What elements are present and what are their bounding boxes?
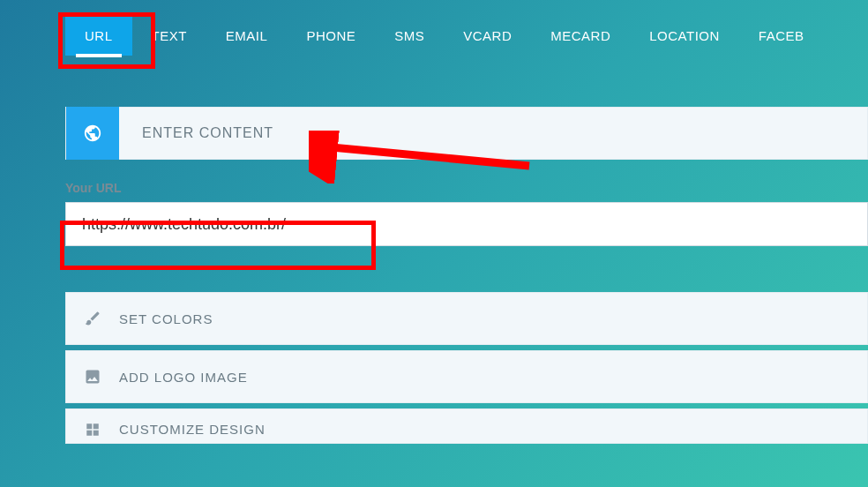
content-area: ENTER CONTENT Your URL SET COLORS ADD LO… xyxy=(65,107,868,444)
tab-text[interactable]: TEXT xyxy=(132,16,206,56)
option-add-logo[interactable]: ADD LOGO IMAGE xyxy=(65,350,868,403)
options-list: SET COLORS ADD LOGO IMAGE CUSTOMIZE DESI… xyxy=(65,292,868,444)
tab-mecard[interactable]: MECARD xyxy=(531,16,630,56)
step-enter-content[interactable]: ENTER CONTENT xyxy=(65,107,868,160)
grid-icon xyxy=(66,422,119,438)
option-set-colors[interactable]: SET COLORS xyxy=(65,292,868,345)
globe-icon xyxy=(66,107,119,160)
url-label: Your URL xyxy=(65,181,868,195)
tabs-bar: URL TEXT EMAIL PHONE SMS VCARD MECARD LO… xyxy=(0,0,868,56)
option-label: SET COLORS xyxy=(119,311,213,326)
tab-url[interactable]: URL xyxy=(65,16,132,56)
image-icon xyxy=(66,368,119,386)
tab-facebook[interactable]: FACEB xyxy=(739,16,824,56)
tab-sms[interactable]: SMS xyxy=(375,16,444,56)
option-label: CUSTOMIZE DESIGN xyxy=(119,422,266,437)
tab-email[interactable]: EMAIL xyxy=(206,16,288,56)
tab-vcard[interactable]: VCARD xyxy=(444,16,531,56)
option-customize-design[interactable]: CUSTOMIZE DESIGN xyxy=(65,408,868,444)
tab-phone[interactable]: PHONE xyxy=(287,16,375,56)
step-title: ENTER CONTENT xyxy=(142,125,273,141)
url-input[interactable] xyxy=(65,202,868,246)
brush-icon xyxy=(66,310,119,327)
tab-location[interactable]: LOCATION xyxy=(630,16,739,56)
option-label: ADD LOGO IMAGE xyxy=(119,370,248,385)
